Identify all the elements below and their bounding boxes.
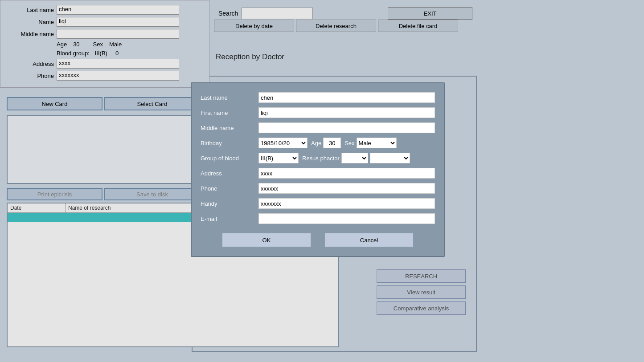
dialog-cancel-button[interactable]: Cancel: [324, 233, 414, 247]
dialog-phone-input[interactable]: [258, 183, 435, 194]
dialog-handy-label: Handy: [201, 200, 258, 207]
dialog-first-name-row: First name: [201, 107, 435, 118]
dialog-first-name-input[interactable]: [258, 107, 435, 118]
dialog-email-label: E-mail: [201, 216, 258, 222]
dialog-resus-select2[interactable]: [370, 153, 410, 163]
dialog-birthday-label: Birthday: [201, 140, 258, 146]
dialog-blood-row: Group of blood III(B) I(O) II(A) IV(AB) …: [201, 153, 435, 163]
dialog-middle-name-input[interactable]: [258, 122, 435, 133]
dialog-address-label: Address: [201, 170, 258, 177]
dialog-sex-select[interactable]: Male Female: [357, 138, 397, 148]
dialog-birthday-row: Birthday 1985/10/20 Age Sex Male Female: [201, 138, 435, 148]
dialog-first-name-label: First name: [201, 110, 258, 116]
dialog-blood-select[interactable]: III(B) I(O) II(A) IV(AB): [258, 153, 299, 163]
patient-dialog: Last name First name Middle name Birthda…: [191, 82, 445, 257]
dialog-last-name-input[interactable]: [258, 92, 435, 103]
dialog-birthday-select[interactable]: 1985/10/20: [258, 138, 308, 148]
dialog-form: Last name First name Middle name Birthda…: [201, 92, 435, 247]
dialog-phone-row: Phone: [201, 183, 435, 194]
dialog-ok-button[interactable]: OK: [222, 233, 311, 247]
dialog-handy-row: Handy: [201, 198, 435, 209]
dialog-blood-label: Group of blood: [201, 155, 258, 162]
dialog-email-input[interactable]: [258, 213, 435, 224]
dialog-resus-select[interactable]: + -: [341, 153, 368, 163]
dialog-resus-label: Resus phactor: [302, 155, 340, 162]
dialog-handy-input[interactable]: [258, 198, 435, 209]
dialog-address-row: Address: [201, 168, 435, 179]
dialog-address-input[interactable]: [258, 168, 435, 179]
dialog-last-name-label: Last name: [201, 94, 258, 101]
dialog-sex-label: Sex: [345, 140, 354, 146]
dialog-email-row: E-mail: [201, 213, 435, 224]
dialog-age-input[interactable]: [323, 138, 341, 148]
dialog-phone-label: Phone: [201, 185, 258, 192]
dialog-last-name-row: Last name: [201, 92, 435, 103]
dialog-age-label: Age: [311, 140, 321, 146]
dialog-middle-name-label: Middle name: [201, 125, 258, 131]
dialog-buttons: OK Cancel: [201, 233, 435, 247]
dialog-middle-name-row: Middle name: [201, 122, 435, 133]
